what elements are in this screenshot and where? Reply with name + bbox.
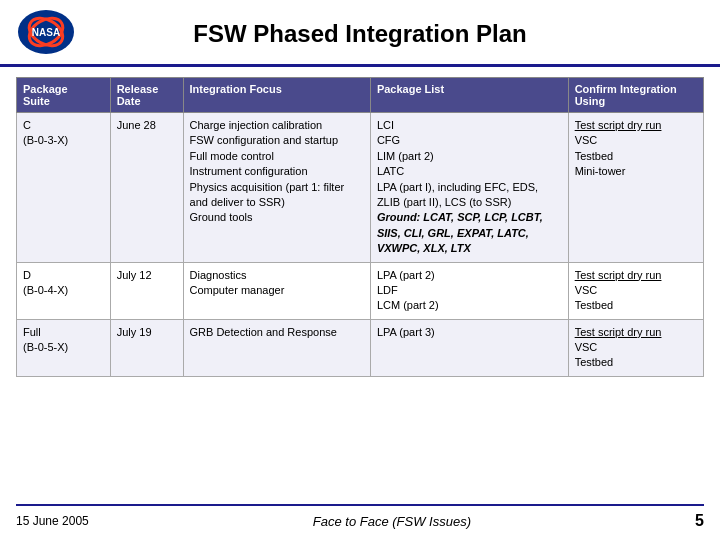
col-package-suite: PackageSuite <box>17 78 111 113</box>
main-table-container: PackageSuite ReleaseDate Integration Foc… <box>0 67 720 383</box>
cell-package-suite-2: D(B-0-4-X) <box>17 262 111 319</box>
col-package-list: Package List <box>370 78 568 113</box>
col-integration-focus: Integration Focus <box>183 78 370 113</box>
cell-package-list-2: LPA (part 2) LDF LCM (part 2) <box>370 262 568 319</box>
cell-package-list-1: LCI CFG LIM (part 2) LATC LPA (part I), … <box>370 113 568 263</box>
table-row: C(B-0-3-X) June 28 Charge injection cali… <box>17 113 704 263</box>
cell-release-date-3: July 19 <box>110 319 183 376</box>
logo: NASA <box>16 8 86 60</box>
footer-page: 5 <box>695 512 704 530</box>
cell-confirm-1: Test script dry run VSC Testbed Mini-tow… <box>568 113 703 263</box>
table-row: D(B-0-4-X) July 12 Diagnostics Computer … <box>17 262 704 319</box>
svg-text:NASA: NASA <box>32 27 60 38</box>
footer-center: Face to Face (FSW Issues) <box>313 514 471 529</box>
page-title: FSW Phased Integration Plan <box>86 20 704 48</box>
footer-date: 15 June 2005 <box>16 514 89 528</box>
cell-package-suite-1: C(B-0-3-X) <box>17 113 111 263</box>
cell-release-date-1: June 28 <box>110 113 183 263</box>
cell-integration-focus-3: GRB Detection and Response <box>183 319 370 376</box>
footer: 15 June 2005 Face to Face (FSW Issues) 5 <box>16 504 704 530</box>
cell-integration-focus-1: Charge injection calibration FSW configu… <box>183 113 370 263</box>
cell-confirm-2: Test script dry run VSC Testbed <box>568 262 703 319</box>
cell-integration-focus-2: Diagnostics Computer manager <box>183 262 370 319</box>
col-confirm-integration: Confirm IntegrationUsing <box>568 78 703 113</box>
integration-plan-table: PackageSuite ReleaseDate Integration Foc… <box>16 77 704 377</box>
cell-package-list-3: LPA (part 3) <box>370 319 568 376</box>
header: NASA FSW Phased Integration Plan <box>0 0 720 67</box>
col-release-date: ReleaseDate <box>110 78 183 113</box>
cell-package-suite-3: Full(B-0-5-X) <box>17 319 111 376</box>
table-header-row: PackageSuite ReleaseDate Integration Foc… <box>17 78 704 113</box>
cell-confirm-3: Test script dry run VSC Testbed <box>568 319 703 376</box>
cell-release-date-2: July 12 <box>110 262 183 319</box>
table-row: Full(B-0-5-X) July 19 GRB Detection and … <box>17 319 704 376</box>
